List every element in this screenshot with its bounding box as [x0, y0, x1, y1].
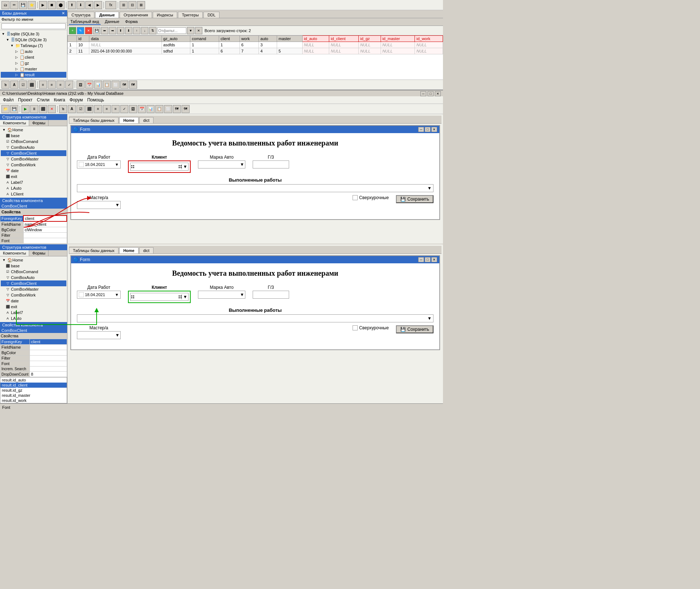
comp-tab-forms-1[interactable]: Формы	[29, 120, 48, 126]
btb-cal[interactable]: 📅	[138, 105, 146, 113]
dropdown-item-id_gz[interactable]: result.id_gz	[0, 388, 67, 393]
comp-tree-lclient-1[interactable]: A LClient	[1, 191, 66, 197]
form-tab-dict-2[interactable]: dict	[139, 247, 153, 253]
btb-A[interactable]: A	[68, 105, 76, 113]
comp-tab-components-2[interactable]: Компоненты	[0, 250, 29, 256]
form-max-2[interactable]: □	[425, 257, 431, 262]
form-works-combo-2[interactable]: ▼	[77, 314, 433, 322]
tree-sqlite[interactable]: ▼ 🗄 sqlite (SQLite 3)	[1, 31, 66, 37]
cell-id_gz-2[interactable]: NULL	[358, 48, 381, 54]
tb-btn-2[interactable]: ✏	[10, 1, 18, 9]
tb-btn-10[interactable]: ◀	[85, 1, 93, 9]
comp-tree-combwork-2[interactable]: ▽ ComBoxWork	[1, 292, 66, 298]
prop-value-increm-2[interactable]	[30, 367, 67, 372]
form-tb-4[interactable]: ≡	[39, 81, 47, 89]
btb-map1[interactable]: 🗺	[173, 105, 181, 113]
col-header-id_gz[interactable]: id_gz	[358, 36, 381, 42]
grid-save-btn[interactable]: 💾	[93, 27, 100, 34]
cell-auto-1[interactable]: 3	[259, 42, 277, 48]
overtime-checkbox-1[interactable]	[353, 195, 358, 200]
grid-filter-clear[interactable]: ✕	[195, 27, 202, 34]
prop-value-fn-1[interactable]: name_client	[23, 221, 67, 227]
form-overtime-check-1[interactable]: Сверхурочные	[353, 195, 389, 200]
menu-project-1[interactable]: Проект	[17, 97, 34, 103]
grid-btn-e[interactable]: ↑	[133, 27, 140, 34]
col-header-client[interactable]: client	[219, 36, 240, 42]
db-filter-input[interactable]	[1, 23, 66, 29]
comp-tree-combauto-2[interactable]: ▽ ComBoxAuto	[1, 275, 66, 280]
col-header-comand[interactable]: comand	[190, 36, 219, 42]
tb-btn-11[interactable]: ▶	[94, 1, 102, 9]
form-tb-3[interactable]: ⬛	[28, 81, 36, 89]
btb-check[interactable]: ☑	[77, 105, 85, 113]
form-tb-A[interactable]: A	[10, 81, 18, 89]
grid-filter-input[interactable]	[157, 27, 186, 34]
form-tb-10[interactable]: 📊	[94, 81, 102, 89]
tb-btn-4[interactable]: ⭐	[28, 1, 36, 9]
col-header-gz_auto[interactable]: gz_auto	[162, 36, 190, 42]
comp-tab-forms-2[interactable]: Формы	[29, 250, 48, 256]
menu-file-1[interactable]: Файл	[1, 97, 15, 103]
tab-structure[interactable]: Структура	[67, 12, 94, 18]
form-tb-1[interactable]: 🖱	[1, 81, 9, 89]
col-header-id_work[interactable]: id_work	[415, 36, 443, 42]
form-tab-home-1[interactable]: Home	[119, 117, 139, 123]
comp-tree-lauto-1[interactable]: A LAuto	[1, 185, 66, 191]
btb-list[interactable]: 📋	[155, 105, 163, 113]
col-header-id_auto[interactable]: id_auto	[302, 36, 329, 42]
date-arrow-2[interactable]: ▼	[115, 292, 119, 297]
col-header-master[interactable]: master	[277, 36, 303, 42]
btb-run[interactable]: ▶	[22, 105, 30, 113]
form-tb-7[interactable]: ✓	[65, 81, 73, 89]
btb-img[interactable]: 🖼	[129, 105, 137, 113]
form-tb-5[interactable]: ≡	[48, 81, 56, 89]
prop-value-filter-2[interactable]	[30, 356, 67, 361]
col-header-work[interactable]: work	[240, 36, 259, 42]
form-save-btn-2[interactable]: 💾 Сохранить	[396, 325, 433, 333]
comp-tree-chbox-2[interactable]: ☑ ChBoxComand	[1, 269, 66, 275]
tree-tables[interactable]: ▼ 📁 Таблицы (7)	[1, 43, 66, 49]
comp-tree-combauto-1[interactable]: ▽ ComBoxAuto	[1, 144, 66, 150]
tb-btn-6[interactable]: ⏹	[48, 1, 56, 9]
btb-align2[interactable]: ≡	[103, 105, 111, 113]
comp-tree-lauto-2[interactable]: A LAuto	[1, 315, 66, 321]
grid-btn-b[interactable]: ➡	[109, 27, 116, 34]
form-tab-dict-1[interactable]: dict	[139, 117, 153, 123]
dropdown-item-id_master[interactable]: result.id_master	[0, 393, 67, 398]
form-master-combo-1[interactable]: ▼	[77, 201, 121, 209]
grid-filter-btn[interactable]: ▼	[187, 27, 194, 34]
menu-help-1[interactable]: Помощь	[86, 97, 105, 103]
prop-value-fk-1[interactable]: client	[23, 216, 67, 221]
works-combo-arrow-1[interactable]: ▼	[427, 186, 433, 191]
btb-pause[interactable]: ⏸	[30, 105, 38, 113]
form-tb-12[interactable]: ⬜	[112, 81, 120, 89]
comp-tree-combmaster-1[interactable]: ▽ ComBoxMaster	[1, 156, 66, 162]
form-tab-db-2[interactable]: Таблицы базы данных	[69, 247, 118, 253]
grid-add-btn[interactable]: +	[69, 27, 76, 34]
cell-id-1[interactable]: 10	[77, 42, 89, 48]
prop-value-bg-2[interactable]	[30, 350, 67, 356]
tb-btn-8[interactable]: ⬆	[68, 1, 76, 9]
form-works-combo-1[interactable]: ▼	[77, 184, 433, 192]
col-header-id_master[interactable]: id_master	[381, 36, 415, 42]
form-tb-2[interactable]: ☑	[19, 81, 27, 89]
comp-tree-base-2[interactable]: ⬛ base	[1, 263, 66, 269]
subtab-form[interactable]: Форма	[124, 19, 139, 25]
subtab-tableview[interactable]: Таблицный вид	[69, 19, 101, 25]
win-maximize-1[interactable]: □	[428, 91, 433, 96]
form-auto-combo-2[interactable]: ▼	[198, 291, 245, 299]
dropdown-item-id_auto[interactable]: result.id_auto	[0, 377, 67, 383]
db-panel-close[interactable]: ✕	[62, 11, 65, 16]
tab-indexes[interactable]: Индексы	[153, 12, 177, 18]
dropdown-item-id_work[interactable]: result.id_work	[0, 398, 67, 403]
tab-triggers[interactable]: Триггеры	[178, 12, 203, 18]
cell-comand-2[interactable]: 1	[190, 48, 219, 54]
cell-master-1[interactable]	[277, 42, 303, 48]
form-client-combo-1[interactable]: ▼	[130, 163, 188, 171]
cell-client-1[interactable]: 1	[219, 42, 240, 48]
form-max-1[interactable]: □	[425, 127, 431, 132]
btb-stop[interactable]: ⬛	[39, 105, 47, 113]
tb-btn-7[interactable]: ⬤	[57, 1, 65, 9]
comp-tree-date-2[interactable]: 📅 date	[1, 298, 66, 304]
btb-check2[interactable]: ✓	[120, 105, 128, 113]
